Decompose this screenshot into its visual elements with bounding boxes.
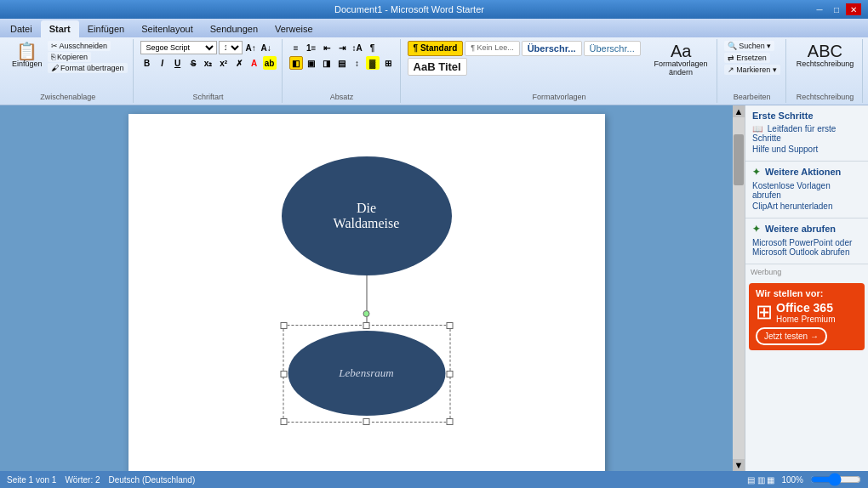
align-left-button[interactable]: ◧ — [289, 56, 303, 70]
spelling-button[interactable]: ABC Rechtschreibung — [793, 41, 858, 70]
style-heading1[interactable]: Überschr... — [522, 41, 582, 56]
underline-button[interactable]: U — [171, 56, 185, 70]
font-content: Segoe Script 11 A↑ A↓ B I U S̶ x₂ x² ✗ A… — [140, 41, 277, 91]
search-button[interactable]: 🔍 Suchen ▾ — [724, 41, 775, 51]
ribbon: 📋 Einfügen ✂ Ausschneiden ⎘ Kopieren 🖌 F… — [0, 37, 868, 105]
style-standard[interactable]: ¶ Standard — [408, 41, 464, 56]
document-page: Die Waldameise Lebensraum — [128, 114, 605, 471]
handle-mid-left[interactable] — [280, 371, 287, 377]
font-size-select[interactable]: 11 — [219, 41, 243, 54]
sort-button[interactable]: ↕A — [351, 41, 364, 54]
view-buttons: ▤ ▥ ▦ — [747, 475, 775, 485]
font-color-button[interactable]: A — [248, 56, 261, 70]
edit-content: 🔍 Suchen ▾ ⇄ Ersetzen ↗ Markieren ▾ — [724, 41, 780, 91]
style-title[interactable]: AaB Titel — [408, 58, 467, 76]
edit-label: Bearbeiten — [734, 93, 771, 101]
tab-einfuegen[interactable]: Einfügen — [79, 20, 133, 37]
paragraph-content: ≡ 1≡ ⇤ ⇥ ↕A ¶ ◧ ▣ ◨ ▤ ↕ ▓ ⊞ — [289, 41, 395, 91]
pilcrow-button[interactable]: ¶ — [366, 41, 380, 54]
font-shrink-icon[interactable]: A↓ — [260, 41, 273, 54]
rotate-handle[interactable] — [363, 310, 370, 317]
document-area[interactable]: Die Waldameise Lebensraum — [0, 105, 733, 471]
paste-button[interactable]: 📋 Einfügen — [9, 41, 46, 70]
ribbon-tabs: Datei Start Einfügen Seitenlayout Sendun… — [0, 19, 868, 37]
subscript-button[interactable]: x₂ — [202, 56, 215, 70]
ad-logo-row: ⊞ Office 365 Home Premium — [756, 300, 858, 324]
indent-button[interactable]: ⇥ — [335, 41, 349, 54]
superscript-button[interactable]: x² — [217, 56, 231, 70]
highlight-button[interactable]: ab — [263, 56, 277, 70]
vertical-scrollbar[interactable]: ▲ ▼ — [733, 105, 745, 471]
border-button[interactable]: ⊞ — [381, 56, 395, 70]
bottom-ellipse-text: Lebensraum — [339, 366, 393, 380]
tab-datei[interactable]: Datei — [2, 20, 41, 37]
style-heading2[interactable]: Überschr... — [584, 41, 641, 56]
tab-start[interactable]: Start — [41, 20, 79, 37]
ribbon-group-spelling: ABC Rechtschreibung Rechtschreibung — [788, 39, 864, 103]
ribbon-group-font: Segoe Script 11 A↑ A↓ B I U S̶ x₂ x² ✗ A… — [135, 39, 283, 103]
bullet-list-button[interactable]: ≡ — [289, 41, 303, 54]
weitere-aktionen-section: ✦ Weitere Aktionen Kostenlose Vorlagen a… — [745, 162, 868, 218]
spelling-content: ABC Rechtschreibung — [793, 41, 858, 91]
paragraph-row1: ≡ 1≡ ⇤ ⇥ ↕A ¶ — [289, 41, 380, 54]
zoom-level: 100% — [781, 475, 803, 485]
leitfaden-link[interactable]: 📖 Leitfaden für erste Schritte — [752, 124, 861, 143]
leitfaden-icon: 📖 — [752, 124, 762, 133]
close-button[interactable]: ✕ — [846, 3, 861, 15]
hilfe-link[interactable]: Hilfe und Support — [752, 145, 861, 154]
office-logo-icon: ⊞ — [756, 300, 773, 324]
handle-bot-mid[interactable] — [363, 418, 370, 425]
handle-bot-left[interactable] — [280, 418, 287, 425]
replace-button[interactable]: ⇄ Ersetzen — [724, 53, 770, 63]
align-right-button[interactable]: ◨ — [320, 56, 334, 70]
outdent-button[interactable]: ⇤ — [320, 41, 334, 54]
vorlagen-link[interactable]: Kostenlose Vorlagen abrufen — [752, 181, 861, 200]
handle-bot-right[interactable] — [446, 418, 453, 425]
ribbon-group-styles: ¶ Standard ¶ Kein Lee... Überschr... Übe… — [403, 39, 717, 103]
style-no-spacing[interactable]: ¶ Kein Lee... — [465, 41, 519, 56]
ad-banner: Wir stellen vor: ⊞ Office 365 Home Premi… — [749, 283, 865, 350]
clear-format-button[interactable]: ✗ — [232, 56, 246, 70]
font-name-select[interactable]: Segoe Script — [140, 41, 217, 54]
tab-verweise[interactable]: Verweise — [266, 20, 322, 37]
tab-seitenlayout[interactable]: Seitenlayout — [133, 20, 202, 37]
bottom-ellipse[interactable]: Lebensraum — [288, 331, 445, 416]
numbered-list-button[interactable]: 1≡ — [305, 41, 318, 54]
strikethrough-button[interactable]: S̶ — [186, 56, 200, 70]
weitere-abrufen-icon: ✦ — [752, 224, 760, 234]
scrollbar-thumb[interactable] — [734, 134, 744, 185]
clipart-link[interactable]: ClipArt herunterladen — [752, 201, 861, 211]
bold-button[interactable]: B — [140, 56, 154, 70]
handle-mid-right[interactable] — [446, 371, 453, 377]
maximize-button[interactable]: □ — [829, 3, 844, 15]
ribbon-group-paragraph: ≡ 1≡ ⇤ ⇥ ↕A ¶ ◧ ▣ ◨ ▤ ↕ ▓ ⊞ Absatz — [284, 39, 401, 103]
spelling-label: Rechtschreibung — [797, 93, 854, 101]
change-styles-button[interactable]: Aa Formatvorlagenändern — [651, 41, 711, 78]
ad-teaser: Wir stellen vor: — [756, 288, 858, 298]
spelling-icon: ABC — [808, 43, 842, 60]
select-button[interactable]: ↗ Markieren ▾ — [724, 65, 780, 75]
shading-button[interactable]: ▓ — [366, 56, 380, 70]
zoom-slider[interactable] — [810, 474, 861, 485]
ad-product-sub: Home Premium — [776, 315, 835, 324]
font-grow-icon[interactable]: A↑ — [244, 41, 258, 54]
format-painter-button[interactable]: 🖌 Format übertragen — [48, 63, 128, 73]
justify-button[interactable]: ▤ — [335, 56, 349, 70]
copy-button[interactable]: ⎘ Kopieren — [48, 52, 92, 62]
title-bar: Document1 - Microsoft Word Starter ─ □ ✕ — [0, 0, 868, 19]
align-center-button[interactable]: ▣ — [305, 56, 318, 70]
cut-button[interactable]: ✂ Ausschneiden — [48, 41, 111, 51]
style-presets: ¶ Standard ¶ Kein Lee... Überschr... Übe… — [408, 41, 646, 76]
italic-button[interactable]: I — [156, 56, 169, 70]
handle-top-right[interactable] — [446, 322, 453, 329]
powerpoint-link[interactable]: Microsoft PowerPoint oder Microsoft Outl… — [752, 238, 861, 257]
tab-sendungen[interactable]: Sendungen — [202, 20, 266, 37]
minimize-button[interactable]: ─ — [812, 3, 827, 15]
ad-cta-button[interactable]: Jetzt testen → — [756, 327, 827, 345]
line-spacing-button[interactable]: ↕ — [351, 56, 364, 70]
scroll-down-button[interactable]: ▼ — [733, 459, 745, 471]
handle-top-left[interactable] — [280, 322, 287, 329]
scroll-up-button[interactable]: ▲ — [733, 105, 745, 117]
top-ellipse[interactable]: Die Waldameise — [282, 156, 452, 275]
handle-top-mid[interactable] — [363, 322, 370, 329]
